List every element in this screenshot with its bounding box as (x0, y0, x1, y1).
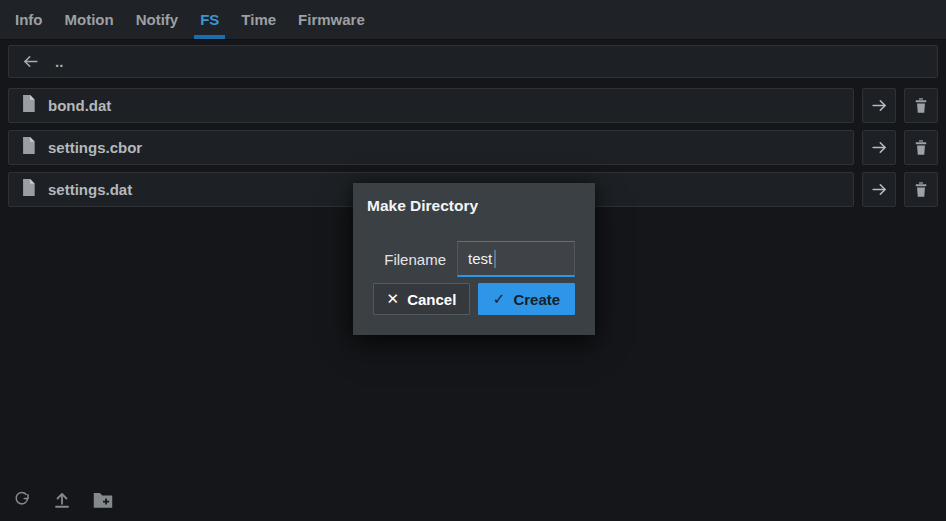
open-arrow-icon (870, 180, 889, 199)
table-row: bond.dat (8, 88, 938, 123)
open-arrow-icon (870, 138, 889, 157)
top-tab-bar: Info Motion Notify FS Time Firmware (0, 0, 946, 40)
close-icon: ✕ (387, 290, 400, 308)
open-file-button[interactable] (862, 88, 896, 123)
dialog-title: Make Directory (367, 197, 575, 215)
delete-file-button[interactable] (904, 88, 938, 123)
open-file-button[interactable] (862, 130, 896, 165)
back-arrow-icon (21, 52, 40, 71)
cancel-button[interactable]: ✕ Cancel (373, 283, 470, 315)
trash-icon (913, 181, 929, 198)
new-folder-icon[interactable] (93, 491, 113, 509)
file-name-label: settings.dat (48, 181, 132, 198)
file-entry-bond-dat[interactable]: bond.dat (8, 88, 854, 123)
tab-firmware[interactable]: Firmware (292, 0, 371, 39)
tab-notify[interactable]: Notify (130, 0, 185, 39)
make-directory-dialog: Make Directory Filename test ✕ Cancel ✓ … (353, 183, 595, 335)
create-button-label: Create (513, 291, 560, 308)
delete-file-button[interactable] (904, 172, 938, 207)
tab-motion[interactable]: Motion (59, 0, 120, 39)
file-name-label: bond.dat (48, 97, 111, 114)
filename-input-value: test (468, 250, 492, 267)
cancel-button-label: Cancel (407, 291, 456, 308)
text-caret (494, 250, 496, 268)
trash-icon (913, 139, 929, 156)
filename-input[interactable]: test (457, 241, 575, 277)
file-entry-settings-cbor[interactable]: settings.cbor (8, 130, 854, 165)
parent-directory-label: .. (55, 53, 63, 70)
checkmark-icon: ✓ (493, 290, 506, 308)
file-icon (21, 179, 36, 200)
tab-info[interactable]: Info (9, 0, 49, 39)
tab-time[interactable]: Time (235, 0, 282, 39)
open-file-button[interactable] (862, 172, 896, 207)
dialog-button-row: ✕ Cancel ✓ Create (373, 283, 575, 315)
file-browser: .. bond.dat settings.cbor (0, 40, 946, 207)
filename-form-row: Filename test (373, 241, 575, 277)
create-button[interactable]: ✓ Create (478, 283, 575, 315)
file-name-label: settings.cbor (48, 139, 142, 156)
trash-icon (913, 97, 929, 114)
tab-fs[interactable]: FS (194, 0, 225, 39)
delete-file-button[interactable] (904, 130, 938, 165)
refresh-icon[interactable] (13, 491, 31, 509)
upload-icon[interactable] (53, 491, 71, 509)
filename-label: Filename (384, 251, 446, 268)
parent-directory-row[interactable]: .. (8, 45, 938, 78)
file-icon (21, 137, 36, 158)
open-arrow-icon (870, 96, 889, 115)
fs-action-toolbar (13, 491, 113, 509)
file-icon (21, 95, 36, 116)
table-row: settings.cbor (8, 130, 938, 165)
